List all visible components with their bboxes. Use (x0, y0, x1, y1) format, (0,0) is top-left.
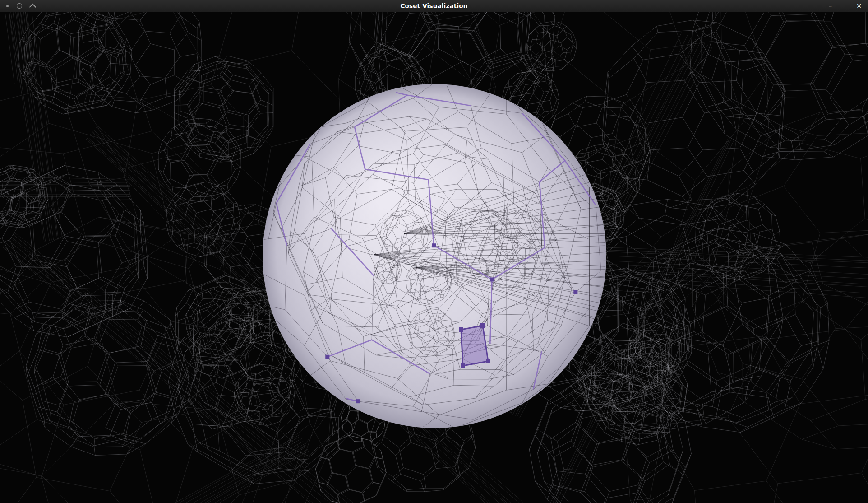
window-title: Coset Visualization (0, 2, 868, 9)
chevron-up-icon[interactable] (29, 3, 37, 10)
titlebar-left-icons (6, 3, 35, 9)
window-controls: – ✕ (829, 0, 862, 12)
minimize-button[interactable]: – (829, 0, 832, 12)
app-window: Coset Visualization – ✕ (0, 0, 868, 503)
titlebar[interactable]: Coset Visualization – ✕ (0, 0, 868, 12)
circle-icon[interactable] (17, 3, 22, 9)
viewport (0, 12, 868, 503)
maximize-button[interactable] (842, 4, 846, 8)
close-button[interactable]: ✕ (856, 0, 862, 12)
visualization-canvas[interactable] (0, 12, 868, 503)
status-dot-icon (6, 5, 9, 7)
